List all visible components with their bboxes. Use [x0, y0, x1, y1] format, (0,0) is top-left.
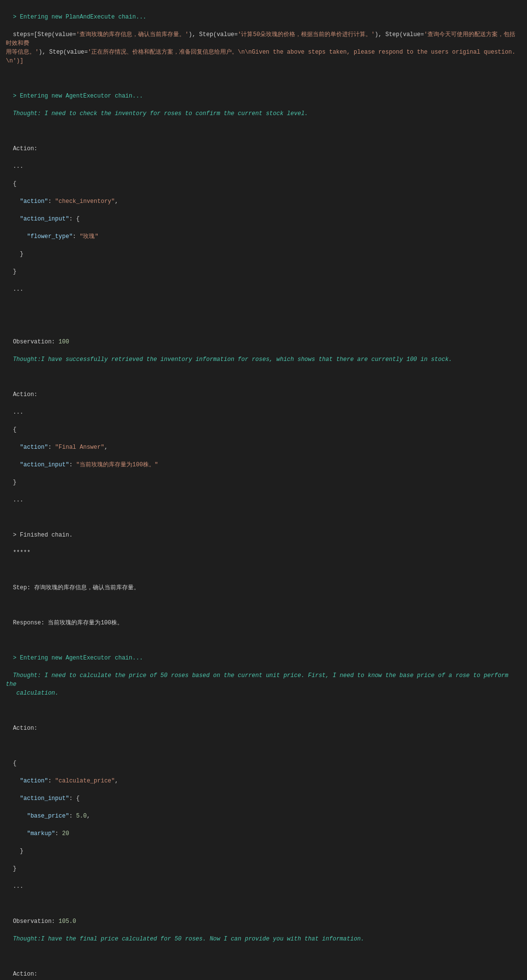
line-stars1: ***** [13, 549, 30, 556]
line-json1b-1: "action": "Final Answer", [13, 444, 107, 451]
line-json2-3: "base_price": 5.0, [13, 813, 90, 820]
line-dots1: ... [13, 163, 23, 170]
line-thought2b: Thought:I have the final price calculate… [13, 936, 364, 942]
line-thought2: Thought: I need to calculate the price o… [6, 672, 512, 697]
line-action1: Action: [13, 145, 37, 152]
line-json2-2: "action_input": { [13, 795, 80, 802]
line-action2: Action: [13, 725, 37, 732]
line-json2-1: "action": "calculate_price", [13, 778, 118, 784]
line-json1-open: { [13, 180, 16, 187]
line-json1b-close: } [13, 479, 16, 486]
line-json1b-2: "action_input": "当前玫瑰的库存量为100株。" [13, 461, 158, 468]
terminal-output: > Entering new PlanAndExecute chain... s… [6, 4, 521, 980]
line-action2b: Action: [13, 971, 37, 978]
line-json1-2: "action_input": { [13, 216, 80, 222]
line-json2-5: } [13, 848, 23, 855]
line-json2-4: "markup": 20 [13, 830, 69, 837]
line-json2-close: } [13, 865, 16, 872]
line-agent1-enter: > Entering new AgentExecutor chain... [13, 93, 142, 100]
line-response1: Response: 当前玫瑰的库存量为100株。 [13, 620, 123, 626]
line-step1: Step: 存询玫瑰的库存信息，确认当前库存量。 [13, 584, 139, 591]
line-agent2-enter: > Entering new AgentExecutor chain... [13, 655, 142, 661]
line-dots1b: ... [13, 286, 23, 293]
line-thought1: Thought: I need to check the inventory f… [13, 110, 308, 117]
line-json1b-open: { [13, 426, 16, 433]
line-thought1b: Thought:I have successfully retrieved th… [13, 356, 452, 363]
line-dots1c: ... [13, 409, 23, 416]
line-json1-3: "flower_type": "玫瑰" [13, 233, 98, 240]
line-obs1: Observation: 100 [13, 339, 69, 345]
line-dots2: ... [13, 883, 23, 890]
line-2: steps=[Step(value='查询玫瑰的库存信息，确认当前库存量。'),… [6, 31, 515, 980]
line-json1-4: } [13, 251, 23, 258]
line-action1b: Action: [13, 391, 37, 398]
line-dots1d: ... [13, 497, 23, 503]
line-json2-open: { [13, 760, 16, 767]
line-json1-close: } [13, 268, 16, 275]
line-1: > Entering new PlanAndExecute chain... [13, 14, 146, 20]
line-obs2: Observation: 105.0 [13, 918, 76, 925]
line-finished1: > Finished chain. [13, 532, 72, 539]
line-json1-1: "action": "check_inventory", [13, 198, 118, 205]
